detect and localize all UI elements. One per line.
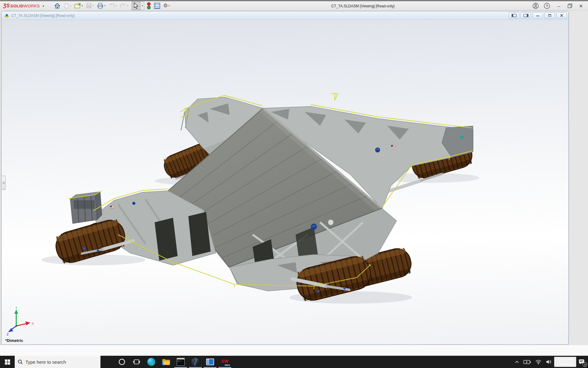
taskbar-app-window[interactable] — [203, 356, 217, 368]
clock[interactable]: 12:53 PM 3/5/2021 — [554, 357, 576, 367]
left-pane-icon — [511, 14, 517, 17]
quick-access-toolbar: ▾ ▾ ▾ ▾ ▾ ▾ ▾ — [54, 2, 170, 10]
save-dropdown-caret: ▾ — [93, 4, 94, 7]
document-close-button[interactable] — [556, 12, 567, 18]
select-dropdown-button[interactable]: ▾ — [140, 2, 144, 10]
svg-text:?: ? — [546, 4, 548, 8]
taskbar-app-file-explorer[interactable] — [159, 356, 173, 368]
volume-button[interactable] — [544, 356, 554, 368]
app-window-controls: ? – ✕ — [532, 1, 585, 10]
file-explorer-icon — [162, 358, 170, 366]
gear-icon: ⚙ — [163, 3, 168, 8]
edge-icon — [147, 358, 155, 366]
triad-x-label: X — [32, 322, 34, 325]
windows-logo-icon — [5, 359, 10, 365]
select-tool-group: ▾ — [132, 2, 144, 10]
new-document-icon — [63, 2, 70, 9]
stoplight-button[interactable] — [146, 2, 151, 10]
restore-button[interactable] — [567, 3, 572, 8]
show-right-pane-button[interactable] — [521, 12, 531, 18]
task-view-button[interactable] — [129, 356, 144, 368]
right-pane-icon — [523, 14, 529, 17]
taskbar-app-solidworks[interactable]: SW 2021 — [217, 356, 232, 368]
triad-x-arrow — [25, 321, 30, 325]
wifi-icon — [535, 359, 541, 365]
chevron-up-icon — [515, 360, 519, 363]
redo-icon — [120, 2, 126, 9]
triad-y-arrow — [14, 309, 18, 314]
document-title: CT_TA.SLDASM [Viewing] [Read-only] — [11, 13, 74, 18]
select-tool-button[interactable] — [132, 2, 140, 10]
show-left-pane-button[interactable] — [509, 12, 519, 18]
open-button[interactable]: ▾ — [74, 2, 83, 10]
redo-dropdown-caret: ▾ — [127, 4, 128, 7]
flag-us-right — [391, 145, 396, 148]
select-dropdown-caret: ▾ — [142, 4, 143, 7]
brand-expand-arrow-icon[interactable]: ▸ — [43, 4, 44, 7]
options-dropdown-caret: ▾ — [168, 4, 170, 7]
command-prompt-icon: C:\ — [177, 358, 185, 366]
triad-z-label: Z — [7, 333, 9, 336]
open-folder-icon — [74, 2, 81, 9]
mdi-background: CT_TA.SLDASM [Viewing] [Read-only] — [0, 10, 588, 356]
app-window-icon — [206, 358, 214, 365]
sw-logo-text: SW — [221, 358, 228, 364]
start-button[interactable] — [0, 356, 15, 368]
brand-works: WORKS — [24, 4, 40, 8]
operator-cab — [70, 192, 102, 224]
options-button[interactable]: ⚙ ▾ — [163, 2, 170, 10]
account-icon[interactable] — [532, 2, 539, 9]
flag-us-left — [110, 206, 114, 209]
battery-status-button[interactable] — [521, 356, 533, 368]
battery-charging-icon — [523, 359, 531, 365]
print-dropdown-caret: ▾ — [104, 4, 106, 7]
home-button[interactable] — [54, 2, 61, 10]
network-status-button[interactable] — [533, 356, 544, 368]
taskbar-app-command-prompt[interactable]: C:\ — [173, 356, 188, 368]
document-restore-button[interactable] — [545, 12, 555, 18]
notification-count-badge: 3 — [582, 362, 587, 367]
app-window-title: CT_TA.SLDASM [Viewing] [Read-only] — [311, 4, 415, 8]
close-button[interactable]: ✕ — [577, 4, 585, 8]
new-document-button: ▾ — [63, 2, 72, 10]
solidworks-2021-icon: SW 2021 — [220, 357, 230, 366]
doc-minimize-icon — [536, 14, 540, 17]
app-titlebar[interactable]: ƷS SOLID WORKS ▸ ▾ ▾ ▾ ▾ ▾ ▾ — [0, 0, 588, 10]
taskbar-search[interactable] — [15, 356, 100, 368]
action-center-button[interactable]: 3 — [576, 356, 587, 368]
windows-taskbar: C:\ SW 2021 12:53 PM 3/5/2021 — [0, 356, 588, 368]
redo-button: ▾ — [119, 2, 129, 10]
brand-solid: SOLID — [10, 4, 24, 8]
minimize-button[interactable]: – — [555, 4, 563, 8]
help-icon[interactable]: ? — [544, 2, 550, 9]
taskbar-app-edrawings[interactable] — [188, 356, 203, 368]
document-window: CT_TA.SLDASM [Viewing] [Read-only] — [1, 11, 569, 345]
document-titlebar[interactable]: CT_TA.SLDASM [Viewing] [Read-only] — [2, 11, 568, 20]
tray-time: 12:53 PM — [557, 357, 573, 362]
app-bottom-strip — [0, 345, 588, 356]
document-window-controls — [507, 12, 567, 18]
taskbar-app-edge[interactable] — [144, 356, 159, 368]
orientation-triad[interactable]: Y X Z — [6, 307, 36, 336]
document-minimize-button[interactable] — [533, 12, 543, 18]
assembly-document-icon — [4, 13, 9, 18]
search-input[interactable] — [25, 359, 91, 365]
graphics-area[interactable]: Y X Z *Dimetric — [2, 20, 568, 344]
sw-logo-year: 2021 — [224, 364, 230, 366]
doc-restore-icon — [548, 14, 552, 17]
speaker-icon — [546, 359, 552, 365]
search-icon — [18, 359, 23, 364]
properties-button[interactable] — [153, 2, 161, 10]
undo-button: ▾ — [108, 2, 117, 10]
undo-icon — [108, 2, 115, 9]
doc-close-icon — [560, 14, 564, 17]
save-button: ▾ — [85, 2, 94, 10]
print-button[interactable]: ▾ — [96, 2, 106, 10]
undo-dropdown-caret: ▾ — [116, 4, 117, 7]
crawler-transporter-model[interactable] — [2, 20, 568, 344]
tray-overflow-button[interactable] — [513, 356, 521, 368]
feature-pane-collapse-handle[interactable] — [2, 176, 6, 190]
triad-y-label: Y — [15, 307, 17, 309]
cortana-button[interactable] — [115, 356, 129, 368]
cmd-prompt-text: C:\ — [178, 360, 182, 362]
